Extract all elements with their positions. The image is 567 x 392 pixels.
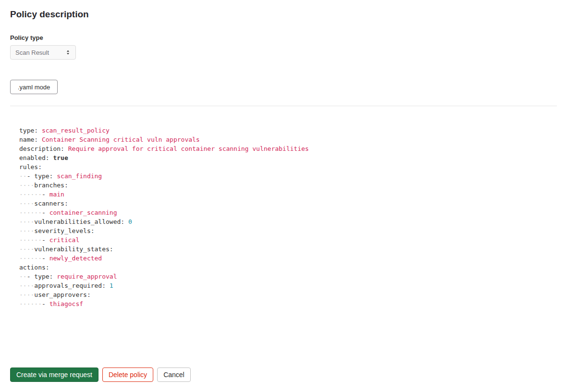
code-token: 1 bbox=[110, 282, 113, 289]
code-line[interactable]: ······- newly_detected bbox=[19, 254, 557, 263]
code-token: ······ bbox=[19, 300, 42, 307]
code-token: user_approvers: bbox=[34, 291, 90, 298]
code-token bbox=[38, 127, 42, 134]
policy-type-label: Policy type bbox=[10, 34, 557, 41]
code-line[interactable]: name: Container Scanning critical vuln a… bbox=[19, 135, 557, 144]
code-token: ······ bbox=[19, 255, 42, 262]
code-line[interactable]: enabled: true bbox=[19, 153, 557, 162]
yaml-mode-button[interactable]: .yaml mode bbox=[10, 80, 58, 94]
code-token: type: bbox=[19, 127, 38, 134]
code-line[interactable]: ······- critical bbox=[19, 235, 557, 245]
action-buttons: Create via merge request Delete policy C… bbox=[10, 368, 195, 382]
code-token: severity_levels: bbox=[34, 227, 94, 234]
code-token: ······ bbox=[19, 236, 42, 244]
code-line[interactable]: type: scan_result_policy bbox=[19, 126, 557, 135]
code-token: type: bbox=[34, 273, 53, 280]
code-token: Require approval for critical container … bbox=[68, 145, 309, 152]
code-token: ·· bbox=[19, 273, 27, 280]
code-token: critical bbox=[49, 236, 80, 244]
code-token bbox=[46, 236, 49, 244]
code-line[interactable]: ··- type: require_approval bbox=[19, 272, 557, 281]
code-token: enabled: bbox=[19, 154, 49, 161]
code-token bbox=[64, 145, 68, 152]
code-token: require_approval bbox=[57, 273, 117, 280]
code-token bbox=[46, 300, 49, 307]
code-token: description: bbox=[19, 145, 64, 152]
code-token: name: bbox=[19, 136, 38, 143]
code-line[interactable]: ····severity_levels: bbox=[19, 226, 557, 235]
page-title: Policy description bbox=[10, 9, 557, 20]
code-line[interactable]: ··- type: scan_finding bbox=[19, 172, 557, 181]
code-token: scan_result_policy bbox=[42, 127, 110, 134]
code-line[interactable]: ······- thiagocsf bbox=[19, 299, 557, 308]
code-token bbox=[106, 282, 110, 289]
policy-type-group: Policy type Scan Result bbox=[10, 34, 557, 60]
code-token: ···· bbox=[19, 200, 34, 207]
code-token bbox=[38, 136, 42, 143]
code-line[interactable]: ····vulnerabilities_allowed: 0 bbox=[19, 217, 557, 226]
code-token: thiagocsf bbox=[49, 300, 83, 307]
code-line[interactable]: ······- main bbox=[19, 190, 557, 199]
code-token: scan_finding bbox=[57, 172, 102, 180]
code-token: ·· bbox=[19, 172, 27, 180]
code-token: approvals_required: bbox=[34, 282, 106, 289]
code-token: - bbox=[42, 236, 46, 244]
code-token: ···· bbox=[19, 227, 34, 234]
code-line[interactable]: ······- container_scanning bbox=[19, 208, 557, 217]
create-via-merge-request-button[interactable]: Create via merge request bbox=[10, 368, 99, 382]
code-token: ···· bbox=[19, 182, 34, 189]
code-token: ···· bbox=[19, 282, 34, 289]
code-token: ···· bbox=[19, 245, 34, 253]
code-token: - bbox=[42, 300, 46, 307]
chevron-up-down-icon bbox=[65, 49, 71, 55]
code-token: ······ bbox=[19, 209, 42, 216]
code-token: vulnerabilities_allowed: bbox=[34, 218, 124, 225]
policy-editor-page: Policy description Policy type Scan Resu… bbox=[0, 0, 567, 308]
code-token: scanners: bbox=[34, 200, 68, 207]
code-token: - bbox=[42, 209, 46, 216]
code-token: newly_detected bbox=[49, 255, 102, 262]
code-token: Container Scanning critical vuln approva… bbox=[42, 136, 200, 143]
code-token bbox=[46, 209, 49, 216]
section-divider bbox=[10, 106, 557, 106]
delete-policy-button[interactable]: Delete policy bbox=[102, 368, 153, 382]
code-line[interactable]: description: Require approval for critic… bbox=[19, 144, 557, 153]
code-line[interactable]: ····vulnerability_states: bbox=[19, 245, 557, 254]
code-token: true bbox=[53, 154, 68, 161]
code-line[interactable]: rules: bbox=[19, 162, 557, 172]
code-token: branches: bbox=[34, 182, 68, 189]
code-token: - bbox=[42, 191, 46, 198]
code-token bbox=[46, 191, 49, 198]
policy-type-select[interactable]: Scan Result bbox=[10, 45, 76, 60]
code-token: container_scanning bbox=[49, 209, 117, 216]
code-token: actions: bbox=[19, 264, 49, 271]
code-line[interactable]: actions: bbox=[19, 263, 557, 272]
code-line[interactable]: ····scanners: bbox=[19, 199, 557, 208]
code-token: rules: bbox=[19, 163, 42, 171]
code-line[interactable]: ····user_approvers: bbox=[19, 290, 557, 299]
code-token: ···· bbox=[19, 218, 34, 225]
code-token: type: bbox=[34, 172, 53, 180]
code-line[interactable]: ····branches: bbox=[19, 181, 557, 190]
code-token: ······ bbox=[19, 191, 42, 198]
code-token: 0 bbox=[128, 218, 132, 225]
code-token bbox=[124, 218, 128, 225]
code-token: vulnerability_states: bbox=[34, 245, 113, 253]
code-token: main bbox=[49, 191, 64, 198]
code-token: - bbox=[42, 255, 46, 262]
yaml-editor[interactable]: type: scan_result_policyname: Container … bbox=[19, 126, 557, 308]
code-line[interactable]: ····approvals_required: 1 bbox=[19, 281, 557, 290]
code-token bbox=[46, 255, 49, 262]
cancel-button[interactable]: Cancel bbox=[157, 368, 191, 382]
code-token: ···· bbox=[19, 291, 34, 298]
policy-type-selected-value: Scan Result bbox=[15, 49, 49, 56]
